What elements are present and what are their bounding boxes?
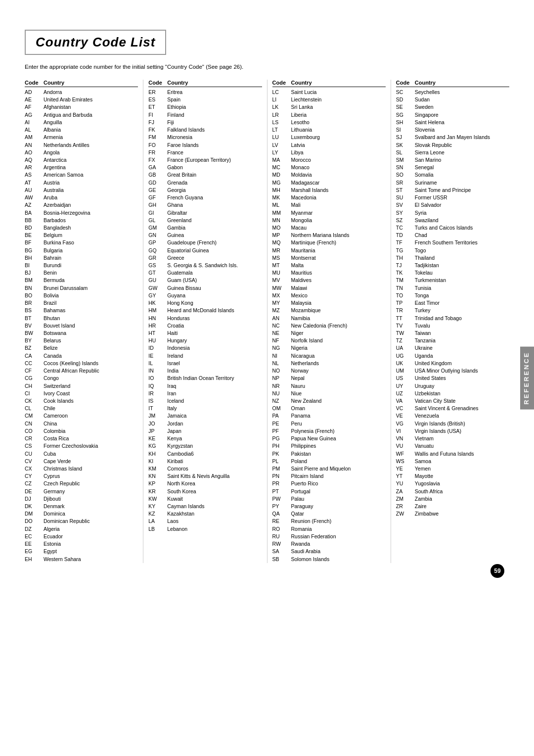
list-item: PKPakistan <box>272 450 386 458</box>
country-name: Mexico <box>291 292 386 299</box>
list-item: ITItaly <box>148 405 262 412</box>
list-item: MGMadagascar <box>272 179 386 187</box>
list-item: PHPhilippines <box>272 442 386 450</box>
country-code: SJ <box>396 134 415 141</box>
column-2: CodeCountryEREritreaESSpainETEthiopiaFIF… <box>148 80 267 563</box>
country-code: TG <box>396 247 415 254</box>
country-code: ZA <box>396 488 415 495</box>
list-item: BDBangladesh <box>25 224 138 232</box>
list-item: TFFrench Southern Territories <box>396 239 509 246</box>
list-item: FXFrance (European Territory) <box>148 156 262 164</box>
list-item: NONorway <box>272 367 386 375</box>
country-name: Togo <box>415 247 509 254</box>
country-name: Antigua and Barbuda <box>44 111 138 119</box>
list-item: ESSpain <box>148 96 262 103</box>
list-item: MKMacedonia <box>272 194 386 201</box>
list-item: ILIsrael <box>148 360 262 367</box>
list-item: JOJordan <box>148 420 262 427</box>
country-name: Liberia <box>291 111 386 119</box>
list-item: KIKiribati <box>148 458 262 465</box>
list-item: SHSaint Helena <box>396 119 509 126</box>
country-code: LC <box>272 89 291 96</box>
list-item: SKSlovak Republic <box>396 142 509 149</box>
list-item: TNTunisia <box>396 284 509 292</box>
country-code: IR <box>148 390 167 397</box>
country-code: AN <box>272 315 291 322</box>
col-1-header: CodeCountry <box>25 80 138 87</box>
list-item: TPEast Timor <box>396 299 509 307</box>
country-code: NI <box>272 352 291 360</box>
list-item: CCCocos (Keeling) Islands <box>25 360 138 367</box>
list-item: BHBahrain <box>25 254 138 262</box>
country-code: MN <box>272 217 291 224</box>
country-name: Hong Kong <box>167 299 262 307</box>
country-name: Tunisia <box>415 284 509 292</box>
country-name: Hungary <box>167 337 262 344</box>
country-name: Yemen <box>415 465 509 472</box>
country-code: TO <box>396 292 415 299</box>
country-name: Bhutan <box>44 315 138 322</box>
country-name: Western Sahara <box>44 556 138 563</box>
country-code: GI <box>148 209 167 217</box>
list-item: BOBolivia <box>25 292 138 299</box>
list-item: FIFinland <box>148 111 262 119</box>
country-code: CL <box>25 405 44 412</box>
side-tab: REFERENCE <box>520 346 534 409</box>
country-code: SH <box>396 119 415 126</box>
list-item: MVMaldives <box>272 277 386 284</box>
list-item: THThailand <box>396 254 509 262</box>
country-name: Sweden <box>415 103 509 111</box>
country-name: Russian Federation <box>291 533 386 540</box>
list-item: LCSaint Lucia <box>272 89 386 96</box>
country-code: SY <box>396 209 415 217</box>
country-name: Kyrgyzstan <box>167 442 262 450</box>
list-item: MMMyanmar <box>272 209 386 217</box>
country-name: Falkland Islands <box>167 126 262 134</box>
columns-wrapper: CodeCountryADAndorraAEUnited Arab Emirat… <box>25 80 514 563</box>
list-item: EHWestern Sahara <box>25 556 138 563</box>
list-item: DODominican Republic <box>25 518 138 525</box>
list-item: NLNetherlands <box>272 360 386 367</box>
country-name: Papua New Guinea <box>291 435 386 442</box>
list-item: BYBelarus <box>25 337 138 344</box>
country-code: YU <box>396 480 415 487</box>
country-code: AU <box>25 187 44 194</box>
list-item: GWGuinea Bissau <box>148 284 262 292</box>
country-code: SZ <box>396 217 415 224</box>
country-code: SB <box>272 556 291 563</box>
list-item: ZRZaire <box>396 503 509 510</box>
country-code: BH <box>25 254 44 262</box>
page-number: 59 <box>490 564 504 578</box>
country-code: GU <box>148 277 167 284</box>
list-item: AZAzerbaidjan <box>25 201 138 209</box>
country-code: MP <box>272 232 291 239</box>
country-code: GM <box>148 224 167 232</box>
list-item: LULuxembourg <box>272 134 386 141</box>
country-name: Sri Lanka <box>291 103 386 111</box>
country-code: AZ <box>25 201 44 209</box>
country-name: British Indian Ocean Territory <box>167 375 262 382</box>
country-code: PY <box>272 503 291 510</box>
country-code: SA <box>272 548 291 555</box>
list-item: TVTuvalu <box>396 322 509 330</box>
list-item: SASaudi Arabia <box>272 548 386 555</box>
page-container: Country Code List Enter the appropriate … <box>0 0 534 593</box>
country-name: Thailand <box>415 254 509 262</box>
country-code: EC <box>25 533 44 540</box>
country-code: KP <box>148 480 167 487</box>
country-code: FJ <box>148 119 167 126</box>
col-1-code-header: Code <box>25 80 44 86</box>
list-item: LVLatvia <box>272 142 386 149</box>
country-code: KM <box>148 465 167 472</box>
list-item: BTBhutan <box>25 315 138 322</box>
country-code: NR <box>272 382 291 390</box>
country-name: Switzerland <box>44 382 138 390</box>
country-code: BO <box>25 292 44 299</box>
country-name: Kenya <box>167 435 262 442</box>
country-name: Laos <box>167 518 262 525</box>
country-name: Libya <box>291 149 386 156</box>
country-code: ZW <box>396 510 415 518</box>
list-item: PGPapua New Guinea <box>272 435 386 442</box>
country-name: Cyprus <box>44 472 138 480</box>
list-item: OMOman <box>272 405 386 412</box>
